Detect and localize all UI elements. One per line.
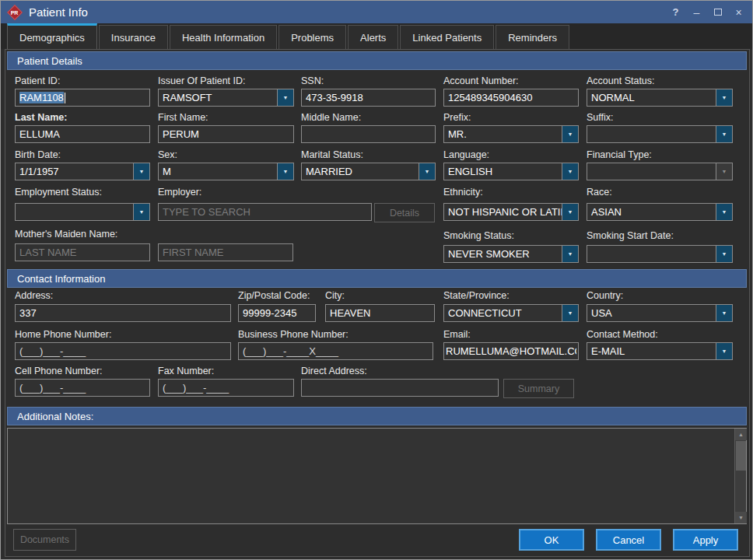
fax-field: Fax Number: xyxy=(158,366,294,397)
chevron-down-icon[interactable]: ▼ xyxy=(562,204,578,220)
zip-label: Zip/Postal Code: xyxy=(238,290,316,301)
contact-information-header: Contact Information xyxy=(7,269,747,288)
smoking-start-date-select[interactable]: ▼ xyxy=(587,245,733,263)
employment-status-select[interactable]: ▼ xyxy=(15,203,150,221)
zip-input[interactable] xyxy=(238,304,316,322)
email-label: Email: xyxy=(443,329,579,340)
tab-linked-patients[interactable]: Linked Patients xyxy=(400,25,494,49)
city-input[interactable] xyxy=(325,304,435,322)
notes-scrollbar[interactable]: ▲ ▼ xyxy=(734,429,746,523)
home-phone-input[interactable] xyxy=(15,342,231,360)
chevron-down-icon: ▼ xyxy=(716,163,732,180)
financial-type-field: Financial Type: ▼ xyxy=(587,149,733,180)
last-name-field: Last Name: xyxy=(15,112,150,143)
additional-notes-input[interactable] xyxy=(8,429,734,523)
address-field: Address: xyxy=(15,290,231,322)
suffix-select[interactable]: ▼ xyxy=(587,125,733,143)
chevron-down-icon[interactable]: ▼ xyxy=(716,204,732,220)
direct-address-input[interactable] xyxy=(301,379,499,397)
tab-problems[interactable]: Problems xyxy=(278,25,346,49)
chevron-down-icon[interactable]: ▼ xyxy=(716,305,732,321)
language-select[interactable]: ENGLISH▼ xyxy=(443,163,579,180)
patient-info-dialog: PR Patient Info ? – × Demographics Insur… xyxy=(0,0,753,560)
sex-select[interactable]: M▼ xyxy=(158,163,294,180)
chevron-down-icon[interactable]: ▼ xyxy=(716,89,732,106)
chevron-down-icon[interactable]: ▼ xyxy=(716,246,732,262)
birth-date-select[interactable]: 1/1/1957▼ xyxy=(15,163,150,180)
tab-demographics[interactable]: Demographics xyxy=(7,23,97,49)
language-field: Language: ENGLISH▼ xyxy=(443,149,579,180)
scroll-down-icon[interactable]: ▼ xyxy=(735,512,747,523)
tab-insurance[interactable]: Insurance xyxy=(99,25,168,49)
chevron-down-icon[interactable]: ▼ xyxy=(562,126,578,142)
suffix-label: Suffix: xyxy=(587,112,733,123)
smoking-start-date-field: Smoking Start Date: ▼ xyxy=(587,230,733,263)
mothers-maiden-name-field: Mother's Maiden Name: xyxy=(15,229,293,261)
maximize-icon xyxy=(714,9,722,16)
mother-first-name-input[interactable] xyxy=(158,243,293,261)
documents-button: Documents xyxy=(13,529,76,551)
cell-phone-input[interactable] xyxy=(15,379,150,397)
issuer-select[interactable]: RAMSOFT▼ xyxy=(158,89,294,107)
issuer-label: Issuer Of Patient ID: xyxy=(158,75,294,86)
business-phone-label: Business Phone Number: xyxy=(238,329,433,340)
tab-alerts[interactable]: Alerts xyxy=(348,25,398,49)
chevron-down-icon[interactable]: ▼ xyxy=(277,89,293,106)
chevron-down-icon[interactable]: ▼ xyxy=(562,163,578,180)
chevron-down-icon[interactable]: ▼ xyxy=(133,163,149,180)
address-input[interactable] xyxy=(15,304,231,322)
account-status-label: Account Status: xyxy=(587,75,733,86)
first-name-input[interactable] xyxy=(158,125,294,143)
state-select[interactable]: CONNECTICUT▼ xyxy=(443,304,579,322)
contact-method-field: Contact Method: E-MAIL▼ xyxy=(587,329,733,360)
patient-id-field: Patient ID: RAM1108 xyxy=(15,75,150,107)
chevron-down-icon[interactable]: ▼ xyxy=(133,204,149,220)
apply-button[interactable]: Apply xyxy=(673,529,738,551)
chevron-down-icon[interactable]: ▼ xyxy=(419,163,435,180)
prefix-select[interactable]: MR.▼ xyxy=(443,125,579,143)
smoking-status-select[interactable]: NEVER SMOKER▼ xyxy=(443,245,579,263)
mother-last-name-input[interactable] xyxy=(15,243,150,261)
fax-input[interactable] xyxy=(158,379,294,397)
chevron-down-icon[interactable]: ▼ xyxy=(562,246,578,262)
chevron-down-icon[interactable]: ▼ xyxy=(716,126,732,142)
state-label: State/Province: xyxy=(443,290,579,301)
chevron-down-icon[interactable]: ▼ xyxy=(277,163,293,180)
close-button[interactable]: × xyxy=(728,1,749,23)
ssn-label: SSN: xyxy=(301,75,436,86)
direct-address-field: Direct Address: xyxy=(301,366,499,397)
chevron-down-icon[interactable]: ▼ xyxy=(562,305,578,321)
suffix-field: Suffix: ▼ xyxy=(587,112,733,143)
chevron-down-icon[interactable]: ▼ xyxy=(716,343,732,359)
first-name-field: First Name: xyxy=(158,112,294,143)
ethnicity-select[interactable]: NOT HISPANIC OR LATINO▼ xyxy=(443,203,579,221)
account-number-input[interactable] xyxy=(443,89,579,107)
ok-button[interactable]: OK xyxy=(519,529,584,551)
mothers-maiden-name-label: Mother's Maiden Name: xyxy=(15,229,293,240)
last-name-input[interactable] xyxy=(15,125,150,143)
business-phone-input[interactable] xyxy=(238,342,433,360)
email-input[interactable] xyxy=(443,342,579,360)
country-select[interactable]: USA▼ xyxy=(587,304,733,322)
minimize-button[interactable]: – xyxy=(686,1,707,23)
race-select[interactable]: ASIAN▼ xyxy=(587,203,733,221)
cancel-button[interactable]: Cancel xyxy=(596,529,661,551)
patient-id-input[interactable]: RAM1108 xyxy=(15,89,150,107)
maximize-button[interactable] xyxy=(707,1,728,23)
employment-status-label: Employment Status: xyxy=(15,187,150,198)
scroll-up-icon[interactable]: ▲ xyxy=(735,429,747,440)
country-label: Country: xyxy=(587,290,733,301)
contact-method-select[interactable]: E-MAIL▼ xyxy=(587,342,733,360)
employer-search-input[interactable] xyxy=(158,203,372,221)
middle-name-input[interactable] xyxy=(301,125,436,143)
app-icon: PR xyxy=(7,5,23,20)
scrollbar-thumb[interactable] xyxy=(736,441,746,471)
ssn-field: SSN: xyxy=(301,75,436,107)
employer-label: Employer: xyxy=(158,187,372,198)
tab-health-information[interactable]: Health Information xyxy=(170,25,277,49)
help-button[interactable]: ? xyxy=(665,1,686,23)
tab-reminders[interactable]: Reminders xyxy=(496,25,569,49)
account-status-select[interactable]: NORMAL▼ xyxy=(587,89,733,107)
ssn-input[interactable] xyxy=(301,89,436,107)
marital-status-select[interactable]: MARRIED▼ xyxy=(301,163,436,180)
